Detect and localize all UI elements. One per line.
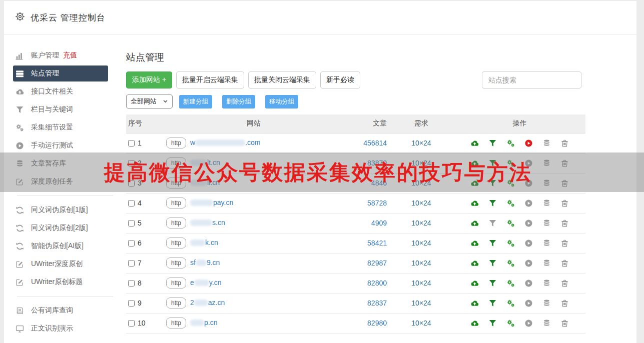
delete-icon[interactable] — [560, 279, 569, 288]
article-count[interactable]: 82987 — [367, 259, 387, 267]
cloud-upload-icon[interactable] — [470, 259, 479, 268]
row-checkbox[interactable] — [128, 300, 135, 306]
sidebar-item[interactable]: 同义词伪原创[1版] — [4, 201, 126, 219]
protocol-badge[interactable]: http — [166, 278, 186, 288]
protocol-badge[interactable]: http — [166, 298, 186, 308]
site-domain[interactable]: pay.cn — [190, 198, 233, 206]
cloud-upload-icon[interactable] — [470, 139, 479, 148]
run-icon[interactable] — [524, 299, 533, 308]
filter-icon[interactable] — [488, 139, 497, 148]
cloud-upload-icon[interactable] — [470, 319, 479, 328]
batch-open-button[interactable]: 批量开启云端采集 — [176, 72, 244, 88]
delete-group-button[interactable]: 删除分组 — [222, 95, 255, 108]
filter-icon[interactable] — [488, 319, 497, 328]
storage-icon[interactable] — [542, 259, 551, 268]
site-domain[interactable]: w.com — [190, 138, 260, 146]
storage-icon[interactable] — [542, 139, 551, 148]
delete-icon[interactable] — [560, 219, 569, 228]
settings-icon[interactable] — [506, 319, 515, 328]
delete-icon[interactable] — [560, 319, 569, 328]
delete-icon[interactable] — [560, 259, 569, 268]
storage-icon[interactable] — [542, 279, 551, 288]
sidebar-item[interactable]: 智能伪原创[AI版] — [4, 237, 126, 255]
move-group-button[interactable]: 移动分组 — [265, 95, 298, 108]
run-icon[interactable] — [524, 279, 533, 288]
batch-close-button[interactable]: 批量关闭云端采集 — [248, 72, 316, 88]
sidebar-item[interactable]: 同义词伪原创[2版] — [4, 219, 126, 237]
delete-icon[interactable] — [560, 299, 569, 308]
newbie-guide-button[interactable]: 新手必读 — [320, 72, 360, 88]
cloud-upload-icon[interactable] — [470, 279, 479, 288]
protocol-badge[interactable]: http — [166, 218, 186, 228]
cloud-upload-icon[interactable] — [470, 239, 479, 248]
sidebar-item[interactable]: 账户管理充值 — [4, 46, 126, 64]
article-count[interactable]: 82837 — [367, 299, 387, 307]
protocol-badge[interactable]: http — [166, 238, 186, 248]
storage-icon[interactable] — [542, 219, 551, 228]
protocol-badge[interactable]: http — [166, 258, 186, 268]
site-domain[interactable]: k.cn — [190, 238, 218, 246]
row-checkbox[interactable] — [128, 220, 135, 226]
settings-icon[interactable] — [506, 299, 515, 308]
delete-icon[interactable] — [560, 199, 569, 208]
site-domain[interactable]: 2az.cn — [190, 298, 225, 306]
article-count[interactable]: 456814 — [363, 139, 387, 147]
add-site-button[interactable]: 添加网站 + — [126, 72, 172, 88]
filter-icon[interactable] — [488, 199, 497, 208]
run-icon[interactable] — [524, 139, 533, 148]
run-icon[interactable] — [524, 239, 533, 248]
protocol-badge[interactable]: http — [166, 198, 186, 208]
row-checkbox[interactable] — [128, 200, 135, 206]
settings-icon[interactable] — [506, 239, 515, 248]
storage-icon[interactable] — [542, 319, 551, 328]
row-checkbox[interactable] — [128, 260, 135, 266]
filter-icon[interactable] — [488, 279, 497, 288]
row-checkbox[interactable] — [128, 320, 135, 326]
cloud-upload-icon[interactable] — [470, 219, 479, 228]
storage-icon[interactable] — [542, 299, 551, 308]
run-icon[interactable] — [524, 319, 533, 328]
article-count[interactable]: 82800 — [367, 279, 387, 287]
protocol-badge[interactable]: http — [166, 318, 186, 328]
article-count[interactable]: 4909 — [371, 219, 387, 227]
sidebar-item[interactable]: UWriter深度原创 — [4, 255, 126, 273]
site-search-input[interactable] — [482, 72, 581, 88]
filter-icon[interactable] — [488, 239, 497, 248]
site-domain[interactable]: p.cn — [190, 318, 217, 326]
new-group-button[interactable]: 新建分组 — [179, 95, 212, 108]
filter-icon[interactable] — [488, 219, 497, 228]
group-filter-select[interactable]: 全部网站 — [126, 94, 173, 108]
site-domain[interactable]: sf9.cn — [190, 258, 220, 266]
article-count[interactable]: 58421 — [367, 239, 387, 247]
settings-icon[interactable] — [506, 219, 515, 228]
article-count[interactable]: 82980 — [367, 319, 387, 327]
sidebar-item[interactable]: 手动运行测试 — [4, 136, 126, 154]
row-checkbox[interactable] — [128, 240, 135, 246]
sidebar-item[interactable]: 站点管理 — [13, 66, 108, 82]
settings-icon[interactable] — [506, 259, 515, 268]
delete-icon[interactable] — [560, 239, 569, 248]
settings-icon[interactable] — [506, 199, 515, 208]
run-icon[interactable] — [524, 219, 533, 228]
protocol-badge[interactable]: http — [166, 138, 186, 148]
filter-icon[interactable] — [488, 259, 497, 268]
settings-icon[interactable] — [506, 139, 515, 148]
row-checkbox[interactable] — [128, 140, 135, 146]
settings-icon[interactable] — [506, 279, 515, 288]
site-domain[interactable]: s.cn — [190, 218, 225, 226]
recharge-link[interactable]: 充值 — [63, 51, 77, 60]
cloud-upload-icon[interactable] — [470, 199, 479, 208]
storage-icon[interactable] — [542, 239, 551, 248]
site-domain[interactable]: ey.cn — [190, 278, 221, 286]
delete-icon[interactable] — [560, 139, 569, 148]
cloud-upload-icon[interactable] — [470, 299, 479, 308]
run-icon[interactable] — [524, 199, 533, 208]
sidebar-item[interactable]: 采集细节设置 — [4, 118, 126, 136]
sidebar-item[interactable]: UWriter原创标题 — [4, 273, 126, 291]
row-checkbox[interactable] — [128, 280, 135, 286]
sidebar-item[interactable]: 栏目与关键词 — [4, 100, 126, 118]
storage-icon[interactable] — [542, 199, 551, 208]
sidebar-item[interactable]: 公有词库查询 — [4, 302, 126, 320]
sidebar-item[interactable]: 正文识别演示 — [4, 320, 126, 338]
filter-icon[interactable] — [488, 299, 497, 308]
